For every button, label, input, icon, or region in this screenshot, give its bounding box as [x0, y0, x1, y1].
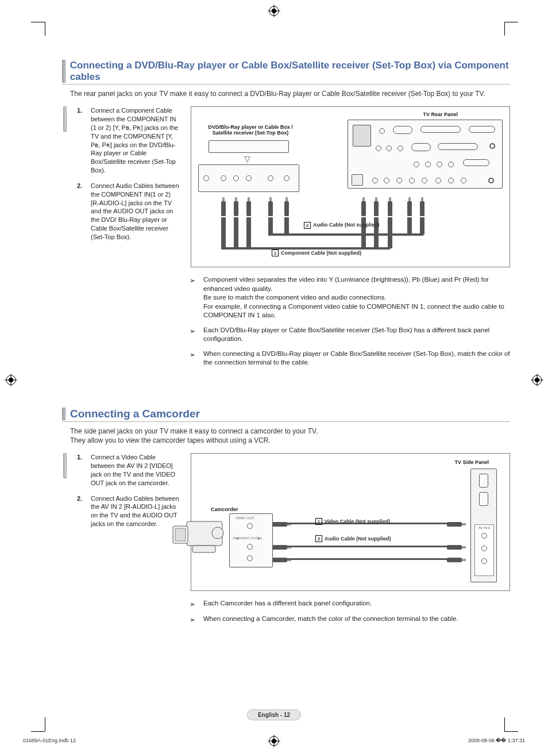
callout-text: Audio Cable (Not supplied) [313, 222, 380, 228]
step-number: 1. [77, 106, 85, 175]
diagram-tv-side-panel: AV IN 2 [470, 469, 497, 582]
page-content: Connecting a DVD/Blu-Ray player or Cable… [62, 22, 510, 659]
step-item: 1. Connect a Component Cable between the… [77, 106, 180, 175]
note-item: ➢ Each Camcorder has a different back pa… [190, 599, 510, 609]
section-intro: The side panel jacks on your TV make it … [70, 427, 510, 445]
diagram-callout-video: 1 Video Cable (Not supplied) [315, 518, 390, 525]
section-header: Connecting a DVD/Blu-Ray player or Cable… [62, 60, 510, 85]
step-item: 2. Connect Audio Cables between the COMP… [77, 182, 180, 241]
steps-list: 1. Connect a Video Cable between the AV … [77, 453, 180, 535]
diagram-tv-rear-panel [348, 120, 503, 189]
note-text: When connecting a Camcorder, match the c… [203, 615, 458, 624]
body-accent-bar [63, 106, 67, 132]
arrow-icon: ▽ [244, 154, 250, 163]
step-text: Connect a Component Cable between the CO… [91, 106, 180, 175]
diagram-callout-audio: 2 Audio Cable (Not supplied) [304, 222, 380, 229]
section-title: Connecting a Camcorder [70, 408, 200, 420]
diagram-camcorder [166, 515, 229, 562]
diagram-panel-label: TV Rear Panel [423, 112, 458, 117]
page-number: English - 12 [247, 709, 301, 720]
diagram-camcorder-jacks: VIDEO OUT R◀AUDIO OUT▶L [229, 513, 273, 567]
section-accent-bar [62, 60, 65, 83]
registration-mark-right [531, 374, 543, 386]
svg-point-19 [212, 527, 223, 539]
diagram-panel-label: TV Side Panel [454, 459, 489, 465]
callout-number: 2 [315, 535, 322, 542]
note-bullet-icon: ➢ [190, 326, 198, 344]
section-title: Connecting a DVD/Blu-Ray player or Cable… [70, 60, 510, 83]
body-accent-bar [63, 453, 67, 478]
section-camcorder: Connecting a Camcorder The side panel ja… [62, 408, 510, 625]
notes-list: ➢ Component video separates the video in… [190, 275, 510, 367]
section-component: Connecting a DVD/Blu-Ray player or Cable… [62, 60, 510, 367]
callout-number: 1 [315, 518, 322, 525]
crop-mark [45, 717, 45, 731]
step-number: 2. [77, 494, 85, 528]
section-body: 1. Connect a Component Cable between the… [63, 106, 510, 267]
section-body: 1. Connect a Video Cable between the AV … [63, 453, 510, 591]
note-text: When connecting a DVD/Blu-Ray player or … [203, 350, 510, 367]
callout-number: 1 [272, 250, 279, 256]
diagram-source-label: Camcorder [211, 506, 238, 512]
crop-mark [504, 731, 518, 732]
note-bullet-icon: ➢ [190, 615, 198, 624]
callout-text: Audio Cable (Not supplied) [325, 536, 391, 542]
diagram-jack-panel [198, 164, 299, 192]
section-accent-bar [62, 408, 65, 420]
page-number-badge: English - 12 [247, 709, 301, 719]
note-bullet-icon: ➢ [190, 275, 198, 320]
connection-diagram-component: DVD/Blu-Ray player or Cable Box / Satell… [191, 106, 510, 267]
footer-timestamp: 2008-08-06 �� 1:37:31 [468, 738, 525, 743]
crop-mark [45, 22, 45, 36]
crop-mark [31, 22, 45, 22]
note-text: Each Camcorder has a different back pane… [203, 599, 372, 609]
footer-filename: 01689A-01Eng.indb 12 [23, 738, 76, 743]
section-header: Connecting a Camcorder [62, 408, 510, 422]
note-item: ➢ Each DVD/Blu-Ray player or Cable Box/S… [190, 326, 510, 344]
note-text: Component video separates the video into… [203, 275, 510, 320]
step-number: 2. [77, 182, 85, 241]
callout-text: Component Cable (Not supplied) [281, 250, 361, 256]
note-item: ➢ When connecting a DVD/Blu-Ray player o… [190, 350, 510, 367]
diagram-source-label: DVD/Blu-Ray player or Cable Box / Satell… [202, 124, 299, 136]
notes-list: ➢ Each Camcorder has a different back pa… [190, 599, 510, 624]
registration-mark-left [5, 374, 17, 386]
steps-list: 1. Connect a Component Cable between the… [77, 106, 180, 248]
crop-mark [504, 717, 505, 731]
step-number: 1. [77, 453, 85, 487]
svg-rect-18 [175, 528, 186, 541]
note-bullet-icon: ➢ [190, 350, 198, 367]
callout-text: Video Cable (Not supplied) [325, 519, 390, 524]
registration-mark-bottom [268, 735, 280, 747]
section-intro: The rear panel jacks on your TV make it … [70, 89, 510, 98]
note-bullet-icon: ➢ [190, 599, 198, 609]
diagram-callout-audio: 2 Audio Cable (Not supplied) [315, 535, 391, 542]
note-item: ➢ When connecting a Camcorder, match the… [190, 615, 510, 624]
step-text: Connect Audio Cables between the COMPONE… [91, 182, 180, 241]
step-item: 1. Connect a Video Cable between the AV … [77, 453, 180, 487]
registration-mark-top [268, 5, 280, 17]
step-item: 2. Connect Audio Cables between the AV I… [77, 494, 180, 528]
crop-mark [31, 731, 45, 732]
step-text: Connect a Video Cable between the AV IN … [91, 453, 180, 487]
callout-number: 2 [304, 222, 311, 229]
connection-diagram-camcorder: TV Side Panel Camcorder VIDEO OUT [191, 453, 510, 591]
note-text: Each DVD/Blu-Ray player or Cable Box/Sat… [203, 326, 510, 344]
note-item: ➢ Component video separates the video in… [190, 275, 510, 320]
diagram-device-player [209, 140, 289, 153]
diagram-callout-component: 1 Component Cable (Not supplied) [272, 250, 361, 256]
svg-rect-20 [192, 546, 215, 552]
